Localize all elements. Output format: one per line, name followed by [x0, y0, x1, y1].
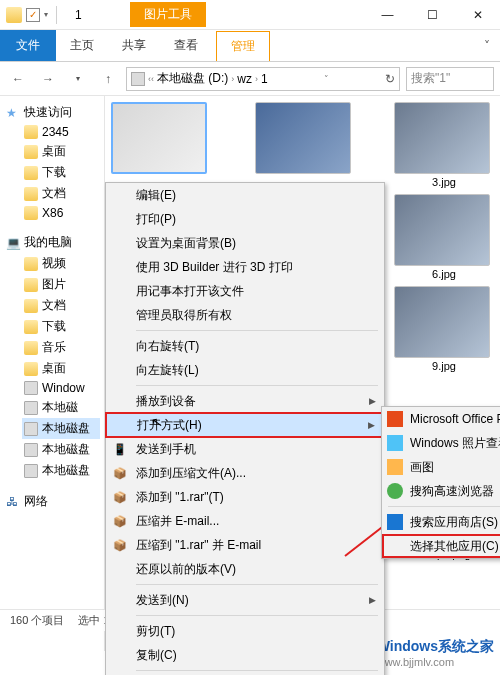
tree-item[interactable]: Window [22, 379, 100, 397]
submenu-arrow-icon: ▶ [369, 396, 376, 406]
crumb-1[interactable]: 1 [261, 72, 268, 86]
status-count: 160 个项目 [10, 613, 64, 628]
navigation-bar: ← → ▾ ↑ ‹‹ 本地磁盘 (D:) › wz › 1 ˅ ↻ 搜索"1" [0, 62, 500, 96]
sogou-icon [387, 483, 403, 499]
submenu-arrow-icon: ▶ [369, 595, 376, 605]
tree-item[interactable]: 本地磁盘 [22, 460, 100, 481]
submenu-item-sogou[interactable]: 搜狗高速浏览器 [382, 479, 500, 503]
forward-button[interactable]: → [36, 67, 60, 91]
quick-access-toolbar: ✓ ▾ [0, 6, 67, 24]
tree-item[interactable]: 桌面 [22, 141, 100, 162]
menu-item-add-archive[interactable]: 📦添加到压缩文件(A)... [106, 461, 384, 485]
tree-item[interactable]: 视频 [22, 253, 100, 274]
menu-item-admin-own[interactable]: 管理员取得所有权 [106, 303, 384, 327]
qat-checkbox[interactable]: ✓ [26, 8, 40, 22]
recent-dropdown-icon[interactable]: ▾ [66, 67, 90, 91]
tree-this-pc[interactable]: 💻我的电脑 [4, 232, 100, 253]
rar-icon: 📦 [112, 489, 128, 505]
crumb-wz[interactable]: wz [237, 72, 252, 86]
tree-item[interactable]: 下载 [22, 316, 100, 337]
drive-icon [24, 443, 38, 457]
tree-item[interactable]: 图片 [22, 274, 100, 295]
thumbnail-selected[interactable] [111, 102, 211, 174]
folder-icon [24, 125, 38, 139]
minimize-button[interactable]: — [365, 0, 410, 30]
content-area[interactable]: 3.jpg 6.jpg 9.jpg Snap1.png 编辑(E) 打印(P) … [105, 96, 500, 651]
tree-item[interactable]: 文档 [22, 183, 100, 204]
crumb-drive[interactable]: 本地磁盘 (D:) [157, 70, 228, 87]
tab-view[interactable]: 查看 [160, 31, 212, 60]
menu-item-play-to-device[interactable]: 播放到设备▶ [106, 389, 384, 413]
folder-icon [24, 278, 38, 292]
thumbnail[interactable] [255, 102, 355, 174]
submenu-item-choose-other[interactable]: 选择其他应用(C) [382, 534, 500, 558]
maximize-button[interactable]: ☐ [410, 0, 455, 30]
folder-icon [6, 7, 22, 23]
menu-item-open-notepad[interactable]: 用记事本打开该文件 [106, 279, 384, 303]
menu-item-set-wallpaper[interactable]: 设置为桌面背景(B) [106, 231, 384, 255]
search-box[interactable]: 搜索"1" [406, 67, 494, 91]
menu-item-restore-previous[interactable]: 还原以前的版本(V) [106, 557, 384, 581]
menu-item-copy[interactable]: 复制(C) [106, 643, 384, 667]
tree-item[interactable]: 本地磁盘 [22, 439, 100, 460]
folder-icon [24, 299, 38, 313]
thumbnail[interactable]: 9.jpg [394, 286, 494, 372]
menu-item-cut[interactable]: 剪切(T) [106, 619, 384, 643]
back-button[interactable]: ← [6, 67, 30, 91]
tree-item[interactable]: 桌面 [22, 358, 100, 379]
refresh-button[interactable]: ↻ [385, 72, 395, 86]
drive-icon [24, 401, 38, 415]
address-bar[interactable]: ‹‹ 本地磁盘 (D:) › wz › 1 ˅ ↻ [126, 67, 400, 91]
address-dropdown-icon[interactable]: ˅ [324, 74, 329, 84]
menu-separator [388, 506, 500, 507]
tab-manage[interactable]: 管理 [216, 31, 270, 61]
menu-separator [136, 330, 378, 331]
chevron-right-icon: › [231, 74, 234, 84]
folder-icon [24, 166, 38, 180]
chevron-right-icon: › [255, 74, 258, 84]
contextual-tab-label: 图片工具 [130, 2, 206, 27]
up-button[interactable]: ↑ [96, 67, 120, 91]
submenu-item-mso[interactable]: Microsoft Office Pict [382, 407, 500, 431]
menu-item-rotate-right[interactable]: 向右旋转(T) [106, 334, 384, 358]
tree-item[interactable]: 下载 [22, 162, 100, 183]
tree-quick-access[interactable]: ★快速访问 [4, 102, 100, 123]
ribbon-collapse-icon[interactable]: ˅ [474, 39, 500, 53]
menu-item-send-to[interactable]: 发送到(N)▶ [106, 588, 384, 612]
mso-icon [387, 411, 403, 427]
watermark-title: Windows系统之家 [377, 638, 494, 656]
menu-item-edit[interactable]: 编辑(E) [106, 183, 384, 207]
menu-item-send-phone[interactable]: 📱发送到手机 [106, 437, 384, 461]
menu-item-print[interactable]: 打印(P) [106, 207, 384, 231]
window-controls: — ☐ ✕ [365, 0, 500, 30]
tree-item-selected[interactable]: 本地磁盘 [22, 418, 100, 439]
title-bar: ✓ ▾ 1 图片工具 — ☐ ✕ [0, 0, 500, 30]
menu-item-compress-email[interactable]: 📦压缩并 E-mail... [106, 509, 384, 533]
tree-item[interactable]: 文档 [22, 295, 100, 316]
menu-item-compress-1rar-email[interactable]: 📦压缩到 "1.rar" 并 E-mail [106, 533, 384, 557]
menu-item-add-to-1rar[interactable]: 📦添加到 "1.rar"(T) [106, 485, 384, 509]
tree-item[interactable]: 2345 [22, 123, 100, 141]
submenu-item-photo-viewer[interactable]: Windows 照片查看器 [382, 431, 500, 455]
tree-item[interactable]: 本地磁 [22, 397, 100, 418]
folder-icon [24, 145, 38, 159]
menu-item-open-with[interactable]: 打开方式(H)▶ [106, 413, 384, 437]
file-tab[interactable]: 文件 [0, 30, 56, 61]
submenu-item-paint[interactable]: 画图 [382, 455, 500, 479]
submenu-item-store[interactable]: 搜索应用商店(S) [382, 510, 500, 534]
tree-network[interactable]: 🖧网络 [4, 491, 100, 512]
qat-dropdown-icon[interactable]: ▾ [44, 10, 48, 19]
thumbnail[interactable]: 3.jpg [394, 102, 494, 188]
tree-item[interactable]: X86 [22, 204, 100, 222]
tab-share[interactable]: 共享 [108, 31, 160, 60]
tab-home[interactable]: 主页 [56, 31, 108, 60]
close-button[interactable]: ✕ [455, 0, 500, 30]
menu-item-rotate-left[interactable]: 向左旋转(L) [106, 358, 384, 382]
menu-item-3d-print[interactable]: 使用 3D Builder 进行 3D 打印 [106, 255, 384, 279]
folder-icon [24, 362, 38, 376]
tree-item[interactable]: 音乐 [22, 337, 100, 358]
drive-icon [24, 381, 38, 395]
thumbnail[interactable]: 6.jpg [394, 194, 494, 280]
folder-icon [24, 257, 38, 271]
ribbon: 文件 主页 共享 查看 管理 ˅ [0, 30, 500, 62]
